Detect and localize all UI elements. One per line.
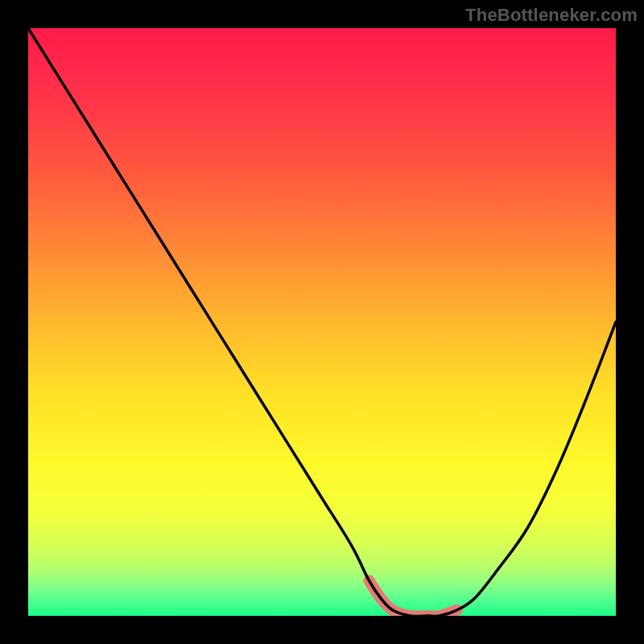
watermark-text: TheBottleneker.com — [465, 5, 638, 26]
bottleneck-chart — [0, 0, 644, 644]
chart-frame: TheBottleneker.com — [0, 0, 644, 644]
